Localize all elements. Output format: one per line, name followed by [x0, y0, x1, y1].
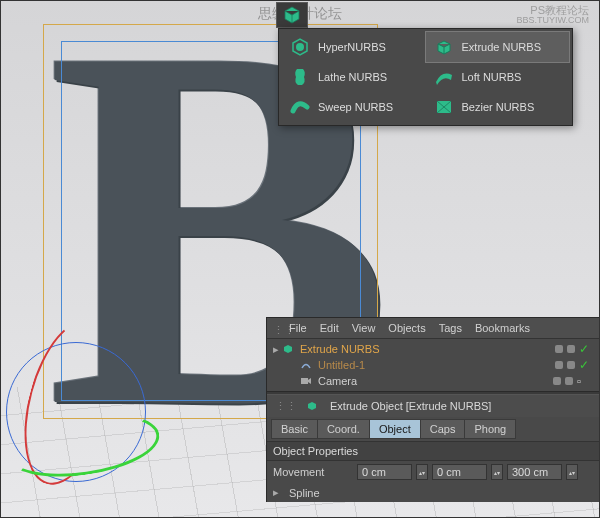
menu-label: Loft NURBS — [462, 71, 522, 83]
extrude-icon — [434, 37, 454, 57]
enable-check-icon[interactable]: ✓ — [579, 342, 589, 356]
tree-label: Camera — [318, 375, 357, 387]
tree-row-extrude[interactable]: ▸ Extrude NURBS ✓ — [267, 341, 599, 357]
menu-bookmarks[interactable]: Bookmarks — [475, 322, 530, 334]
attributes-header: ⋮⋮ Extrude Object [Extrude NURBS] — [267, 395, 599, 417]
lathe-icon — [290, 67, 310, 87]
loft-icon — [434, 67, 454, 87]
movement-y-input[interactable] — [432, 464, 487, 480]
tab-caps[interactable]: Caps — [420, 419, 465, 439]
panel-grip-icon[interactable]: ⋮⋮ — [273, 324, 295, 337]
svg-point-0 — [296, 43, 304, 51]
visibility-dot[interactable] — [555, 361, 563, 369]
menu-edit[interactable]: Edit — [320, 322, 339, 334]
enable-check-icon[interactable]: ✓ — [579, 358, 589, 372]
movement-x-input[interactable] — [357, 464, 412, 480]
object-manager-menubar: ⋮⋮ File Edit View Objects Tags Bookmarks — [267, 318, 599, 339]
bezier-icon — [434, 97, 454, 117]
menu-view[interactable]: View — [352, 322, 376, 334]
tree-label: Extrude NURBS — [300, 343, 379, 355]
menu-label: Extrude NURBS — [462, 41, 541, 53]
sweep-icon — [290, 97, 310, 117]
panel-grip-icon[interactable]: ⋮⋮ — [275, 400, 297, 413]
viewport-toggle-icon[interactable]: ▫ — [577, 375, 589, 387]
tree-row-camera[interactable]: Camera ▫ — [267, 373, 599, 389]
object-manager-panel: ⋮⋮ File Edit View Objects Tags Bookmarks… — [266, 317, 599, 502]
menu-label: Sweep NURBS — [318, 101, 393, 113]
spinner-x[interactable]: ▴▾ — [416, 464, 428, 480]
extrude-object-icon — [305, 399, 319, 413]
extrude-object-icon — [281, 342, 295, 356]
spline-label: Spline — [289, 487, 369, 499]
object-tree: ▸ Extrude NURBS ✓ Untitled-1 ✓ — [267, 339, 599, 391]
visibility-dot[interactable] — [555, 345, 563, 353]
menu-item-loft-nurbs[interactable]: Loft NURBS — [426, 62, 570, 92]
tree-expander-icon[interactable]: ▸ — [273, 486, 279, 499]
tab-object[interactable]: Object — [369, 419, 420, 439]
attribute-tabs: Basic Coord. Object Caps Phong — [267, 417, 599, 441]
hypernurbs-icon — [290, 37, 310, 57]
menu-label: Lathe NURBS — [318, 71, 387, 83]
spinner-z[interactable]: ▴▾ — [566, 464, 578, 480]
menu-item-bezier-nurbs[interactable]: Bezier NURBS — [426, 92, 570, 122]
render-dot[interactable] — [565, 377, 573, 385]
movement-z-input[interactable] — [507, 464, 562, 480]
menu-item-hypernurbs[interactable]: HyperNURBS — [282, 32, 426, 62]
spline-object-icon — [299, 358, 313, 372]
menu-label: HyperNURBS — [318, 41, 386, 53]
menu-objects[interactable]: Objects — [388, 322, 425, 334]
menu-label: Bezier NURBS — [462, 101, 535, 113]
menu-tags[interactable]: Tags — [439, 322, 462, 334]
tab-basic[interactable]: Basic — [271, 419, 317, 439]
nurbs-toolbar-button[interactable] — [276, 2, 308, 28]
watermark-right: PS教程论坛 BBS.TUYIW.COM — [516, 4, 589, 26]
property-spline: ▸ Spline — [267, 483, 599, 502]
camera-object-icon — [299, 374, 313, 388]
render-dot[interactable] — [567, 361, 575, 369]
tree-row-untitled[interactable]: Untitled-1 ✓ — [267, 357, 599, 373]
axis-gizmo[interactable] — [1, 317, 161, 487]
svg-rect-2 — [301, 378, 308, 384]
menu-item-lathe-nurbs[interactable]: Lathe NURBS — [282, 62, 426, 92]
render-dot[interactable] — [567, 345, 575, 353]
tab-phong[interactable]: Phong — [464, 419, 516, 439]
tree-label: Untitled-1 — [318, 359, 365, 371]
properties-section-header: Object Properties — [267, 441, 599, 461]
tab-coord[interactable]: Coord. — [317, 419, 369, 439]
visibility-dot[interactable] — [553, 377, 561, 385]
expander-icon[interactable]: ▸ — [273, 343, 279, 356]
spinner-y[interactable]: ▴▾ — [491, 464, 503, 480]
movement-label: Movement — [273, 466, 353, 478]
attributes-title: Extrude Object [Extrude NURBS] — [330, 400, 491, 412]
menu-item-extrude-nurbs[interactable]: Extrude NURBS — [426, 32, 570, 62]
cube-icon — [282, 5, 302, 25]
menu-item-sweep-nurbs[interactable]: Sweep NURBS — [282, 92, 426, 122]
property-movement: Movement ▴▾ ▴▾ ▴▾ — [267, 461, 599, 483]
nurbs-dropdown-menu: HyperNURBS Extrude NURBS Lathe NURBS Lof… — [278, 28, 573, 126]
